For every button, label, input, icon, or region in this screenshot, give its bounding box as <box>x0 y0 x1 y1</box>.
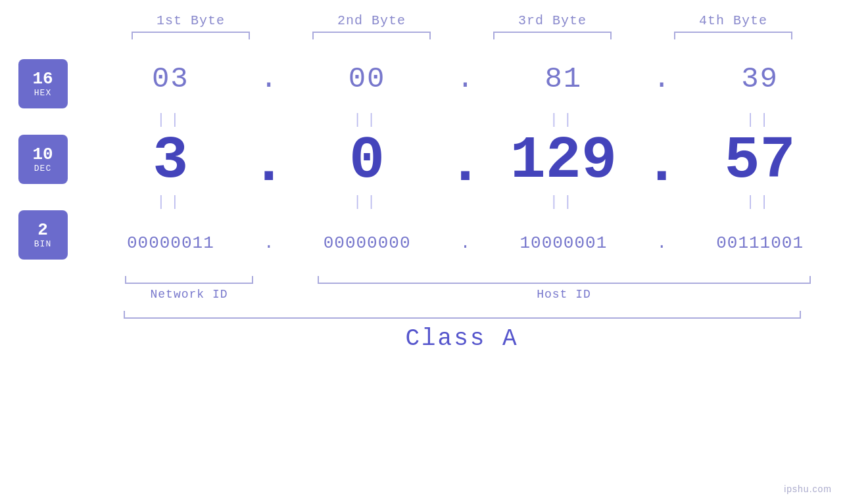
class-row: Class A <box>101 311 824 352</box>
bracket-cell-2 <box>281 32 462 39</box>
bracket-top-1 <box>132 32 250 39</box>
hex-byte2-value: 00 <box>349 62 386 95</box>
bracket-top-2 <box>312 32 431 39</box>
hex-dot3: . <box>648 62 675 95</box>
hex-byte1-value: 03 <box>152 62 189 95</box>
dec-dot2: . <box>452 135 479 187</box>
bin-byte3-value: 10000001 <box>519 233 607 253</box>
bracket-top-4 <box>674 32 792 39</box>
header-row: 1st Byte 2nd Byte 3rd Byte 4th Byte <box>101 13 824 28</box>
dec-byte2-value: 0 <box>349 127 385 195</box>
byte3-header: 3rd Byte <box>462 13 643 28</box>
eq1-b3: || <box>479 112 649 128</box>
byte4-header: 4th Byte <box>643 13 824 28</box>
bin-byte2-cell: 00000000 <box>282 233 452 253</box>
eq2-b3: || <box>479 194 649 210</box>
hex-badge-label: HEX <box>34 89 51 98</box>
network-id-label: Network ID <box>150 288 228 301</box>
badges-column: 16 HEX 10 DEC 2 BIN <box>0 46 85 273</box>
hex-byte4-value: 39 <box>741 62 779 95</box>
dec-byte3-value: 129 <box>510 127 617 195</box>
eq2-b4: || <box>675 194 845 210</box>
host-id-line <box>318 276 811 284</box>
bin-badge-label: BIN <box>34 240 51 249</box>
eq1-b4: || <box>675 112 845 128</box>
host-id-label: Host ID <box>537 288 591 301</box>
bracket-top-3 <box>493 32 612 39</box>
eq1-b2: || <box>282 112 452 128</box>
bracket-cell-3 <box>462 32 643 39</box>
dec-data-row: 3 . 0 . 129 . 57 <box>85 131 845 191</box>
dec-badge-label: DEC <box>34 164 51 173</box>
dec-byte3-cell: 129 <box>479 127 649 195</box>
network-id-bracket: Network ID <box>101 276 278 301</box>
bin-byte4-cell: 00111001 <box>675 233 845 253</box>
bin-byte1-cell: 00000011 <box>85 233 256 253</box>
dec-byte1-value: 3 <box>153 127 188 195</box>
main-area: 16 HEX 10 DEC 2 BIN 03 . <box>0 46 845 273</box>
hex-byte2-cell: 00 <box>282 62 452 95</box>
bin-dot3: . <box>648 233 675 253</box>
network-id-line <box>125 276 253 284</box>
class-label: Class A <box>405 325 518 352</box>
hex-badge-number: 16 <box>32 70 53 89</box>
byte1-header: 1st Byte <box>101 13 281 28</box>
bin-data-row: 00000011 . 00000000 . 10000001 . <box>85 214 845 273</box>
class-bracket-line <box>124 311 801 319</box>
hex-badge: 16 HEX <box>18 59 68 108</box>
hex-byte3-value: 81 <box>544 62 582 95</box>
hex-byte1-cell: 03 <box>85 62 256 95</box>
dec-badge-number: 10 <box>32 145 53 164</box>
hex-data-row: 03 . 00 . 81 . 39 <box>85 49 845 108</box>
bin-byte3-cell: 10000001 <box>479 233 649 253</box>
dec-dot1: . <box>256 135 282 187</box>
dec-byte4-value: 57 <box>725 127 796 195</box>
bin-dot1: . <box>256 233 282 253</box>
bottom-bracket-row: Network ID Host ID <box>101 276 824 301</box>
bin-byte2-value: 00000000 <box>324 233 411 253</box>
eq1-b1: || <box>85 112 256 128</box>
bin-dot2: . <box>452 233 479 253</box>
equals-row-2: || || || || <box>85 191 845 214</box>
hex-dot1: . <box>256 62 282 95</box>
main-container: 1st Byte 2nd Byte 3rd Byte 4th Byte 16 H… <box>0 0 845 504</box>
data-rows: 03 . 00 . 81 . 39 <box>85 46 845 273</box>
dec-badge: 10 DEC <box>18 135 68 184</box>
bin-badge-number: 2 <box>37 221 48 240</box>
eq2-b2: || <box>282 194 452 210</box>
bracket-cell-1 <box>101 32 281 39</box>
hex-byte3-cell: 81 <box>479 62 649 95</box>
dec-byte2-cell: 0 <box>282 127 452 195</box>
bin-byte1-value: 00000011 <box>127 233 214 253</box>
bin-byte4-value: 00111001 <box>716 233 804 253</box>
dec-byte4-cell: 57 <box>675 127 845 195</box>
byte2-header: 2nd Byte <box>281 13 462 28</box>
bin-badge: 2 BIN <box>18 210 68 260</box>
host-id-bracket: Host ID <box>304 276 824 301</box>
watermark: ipshu.com <box>784 484 832 494</box>
hex-byte4-cell: 39 <box>675 62 845 95</box>
dec-byte1-cell: 3 <box>85 127 256 195</box>
top-bracket-row <box>101 32 824 39</box>
bracket-cell-4 <box>643 32 824 39</box>
eq2-b1: || <box>85 194 256 210</box>
dec-dot3: . <box>648 135 675 187</box>
hex-dot2: . <box>452 62 479 95</box>
